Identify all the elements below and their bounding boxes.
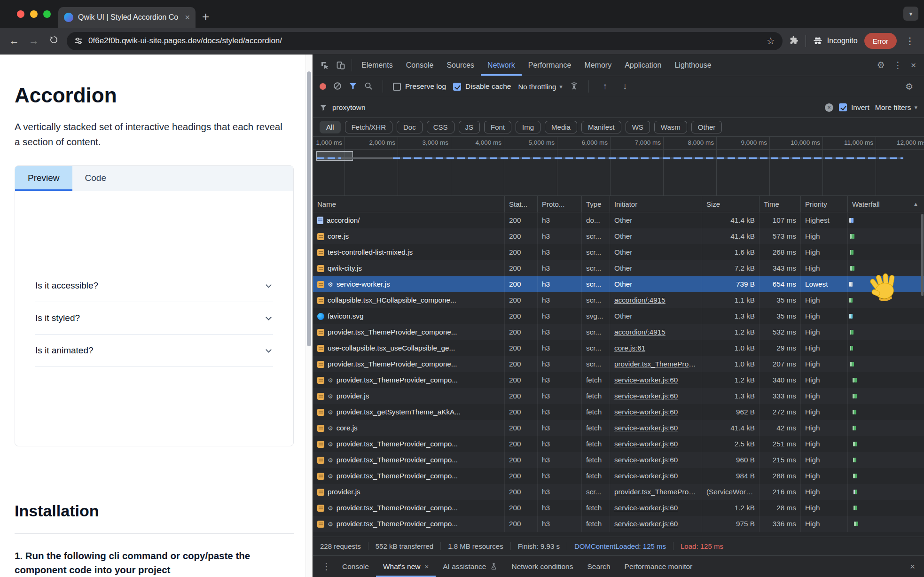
network-request-row[interactable]: provider.js 200 h3 scr... provider.tsx_T… [313, 484, 924, 500]
request-name-cell[interactable]: provider.tsx_ThemeProvider_compo... [313, 452, 505, 468]
request-initiator[interactable]: accordion/:4915 [614, 328, 666, 336]
site-settings-icon[interactable] [74, 37, 83, 45]
request-type-chip[interactable]: Wasm [654, 121, 687, 133]
accordion-item[interactable]: Is it styled? [35, 302, 273, 335]
request-initiator[interactable]: Other [614, 232, 632, 241]
tab-close-icon[interactable]: × [185, 13, 190, 23]
network-request-row[interactable]: provider.tsx_ThemeProvider_compo... 200 … [313, 452, 924, 468]
request-initiator[interactable]: service-worker.js:60 [614, 456, 678, 464]
close-drawer-icon[interactable]: × [906, 561, 919, 572]
back-button[interactable]: ← [8, 35, 21, 47]
drawer-menu-icon[interactable]: ⋮ [318, 561, 335, 572]
request-initiator[interactable]: provider.tsx_ThemeProvider [614, 360, 697, 368]
zoom-window-button[interactable] [43, 10, 51, 18]
browser-menu-icon[interactable]: ⋮ [903, 35, 916, 47]
network-request-row[interactable]: provider.tsx_ThemeProvider_compo... 200 … [313, 372, 924, 388]
network-request-row[interactable]: service-worker.js 200 h3 scr... Other 73… [313, 276, 924, 292]
minimize-window-button[interactable] [30, 10, 38, 18]
network-request-row[interactable]: provider.tsx_ThemeProvider_compone... 20… [313, 324, 924, 340]
request-name-cell[interactable]: provider.tsx_ThemeProvider_compo... [313, 372, 505, 388]
network-request-row[interactable]: provider.js 200 h3 fetch service-worker.… [313, 388, 924, 404]
network-request-row[interactable]: provider.tsx_getSystemTheme_aKkA... 200 … [313, 404, 924, 420]
network-settings-icon[interactable]: ⚙ [901, 81, 917, 92]
demo-tab[interactable]: Preview [15, 166, 72, 191]
request-name-cell[interactable]: test-controlled-list-mixed.js [313, 244, 505, 260]
request-type-chip[interactable]: Img [516, 121, 540, 133]
request-name-cell[interactable]: collapsible.tsx_HCollapsible_compone... [313, 292, 505, 308]
request-type-chip[interactable]: Other [691, 121, 722, 133]
export-har-icon[interactable]: ↓ [619, 81, 632, 92]
request-type-chip[interactable]: Doc [397, 121, 423, 133]
demo-tab[interactable]: Code [72, 166, 119, 191]
request-initiator[interactable]: Other [614, 248, 632, 257]
request-name-cell[interactable]: provider.tsx_ThemeProvider_compone... [313, 356, 505, 372]
request-name-cell[interactable]: core.js [313, 228, 505, 244]
network-overview-timeline[interactable]: 1,000 ms 2,000 ms 3,000 ms 4,000 ms 5,00… [313, 137, 924, 196]
network-request-row[interactable]: accordion/ 200 h3 do... Other 41.4 kB 10… [313, 212, 924, 228]
timeline-selection[interactable] [316, 151, 353, 161]
clear-icon[interactable] [333, 82, 342, 92]
request-initiator[interactable]: core.js:61 [614, 344, 645, 352]
devtools-tab[interactable]: Application [618, 55, 668, 76]
network-conditions-icon[interactable] [570, 81, 579, 92]
network-request-row[interactable]: provider.tsx_ThemeProvider_compo... 200 … [313, 500, 924, 516]
record-icon[interactable] [320, 83, 326, 90]
search-icon[interactable] [364, 82, 373, 92]
request-initiator[interactable]: Other [614, 264, 632, 273]
clear-filter-icon[interactable]: × [825, 103, 833, 112]
network-request-row[interactable]: test-controlled-list-mixed.js 200 h3 scr… [313, 244, 924, 260]
network-request-row[interactable]: provider.tsx_ThemeProvider_compo... 200 … [313, 436, 924, 452]
request-name-cell[interactable]: accordion/ [313, 212, 505, 228]
request-type-chip[interactable]: All [320, 121, 341, 133]
checkbox-checked[interactable] [839, 103, 847, 111]
column-header-time[interactable]: Time [760, 196, 801, 212]
request-initiator[interactable]: accordion/:4915 [614, 296, 666, 304]
request-initiator[interactable]: service-worker.js:60 [614, 408, 678, 416]
filter-input[interactable]: proxytown × [320, 103, 833, 112]
request-type-chip[interactable]: WS [626, 121, 650, 133]
devtools-tab[interactable]: Elements [355, 55, 399, 76]
devtools-settings-icon[interactable]: ⚙ [873, 60, 889, 70]
checkbox-checked[interactable] [453, 83, 461, 91]
request-name-cell[interactable]: provider.tsx_ThemeProvider_compo... [313, 468, 505, 484]
url-text[interactable]: 0f6e2f0b.qwik-ui-site.pages.dev/docs/sty… [88, 36, 761, 46]
devtools-tab[interactable]: Sources [440, 55, 481, 76]
error-button[interactable]: Error [864, 33, 897, 49]
request-name-cell[interactable]: service-worker.js [313, 276, 505, 292]
filter-toggle-icon[interactable] [349, 82, 357, 92]
request-initiator[interactable]: service-worker.js:60 [614, 392, 678, 400]
network-request-row[interactable]: qwik-city.js 200 h3 scr... Other 7.2 kB … [313, 260, 924, 276]
request-name-cell[interactable]: provider.tsx_ThemeProvider_compo... [313, 500, 505, 516]
request-initiator[interactable]: provider.tsx_ThemeProvider [614, 488, 697, 496]
request-initiator[interactable]: Other [614, 312, 632, 320]
close-tab-icon[interactable] [425, 562, 429, 570]
page-scrollbar-thumb[interactable] [307, 71, 311, 346]
column-header-initiator[interactable]: Initiator [610, 196, 702, 212]
request-name-cell[interactable]: qwik-city.js [313, 260, 505, 276]
request-type-chip[interactable]: JS [459, 121, 480, 133]
close-window-button[interactable] [17, 10, 24, 18]
drawer-tab[interactable]: Performance monitor [618, 556, 700, 577]
network-request-row[interactable]: use-collapsible.tsx_useCollapsible_ge...… [313, 340, 924, 356]
invert-checkbox[interactable]: Invert [839, 103, 869, 112]
device-toolbar-icon[interactable] [333, 57, 349, 73]
request-name-cell[interactable]: provider.js [313, 388, 505, 404]
request-type-chip[interactable]: CSS [427, 121, 454, 133]
request-initiator[interactable]: service-worker.js:60 [614, 520, 678, 528]
network-request-row[interactable]: provider.tsx_ThemeProvider_compo... 200 … [313, 516, 924, 532]
forward-button[interactable]: → [27, 35, 40, 47]
request-initiator[interactable]: service-worker.js:60 [614, 440, 678, 448]
request-initiator[interactable]: Other [614, 216, 632, 225]
request-initiator[interactable]: Other [614, 280, 632, 288]
devtools-menu-icon[interactable]: ⋮ [889, 60, 907, 70]
throttling-select[interactable]: No throttling ▾ [518, 83, 562, 91]
request-type-chip[interactable]: Media [545, 121, 577, 133]
request-name-cell[interactable]: provider.js [313, 484, 505, 500]
bookmark-star-icon[interactable]: ☆ [767, 35, 775, 47]
request-name-cell[interactable]: provider.tsx_ThemeProvider_compo... [313, 436, 505, 452]
devtools-close-icon[interactable]: × [907, 60, 920, 70]
network-request-row[interactable]: core.js 200 h3 fetch service-worker.js:6… [313, 420, 924, 436]
column-header-protocol[interactable]: Proto... [538, 196, 582, 212]
request-name-cell[interactable]: provider.tsx_ThemeProvider_compo... [313, 516, 505, 532]
reload-button[interactable] [47, 35, 60, 47]
